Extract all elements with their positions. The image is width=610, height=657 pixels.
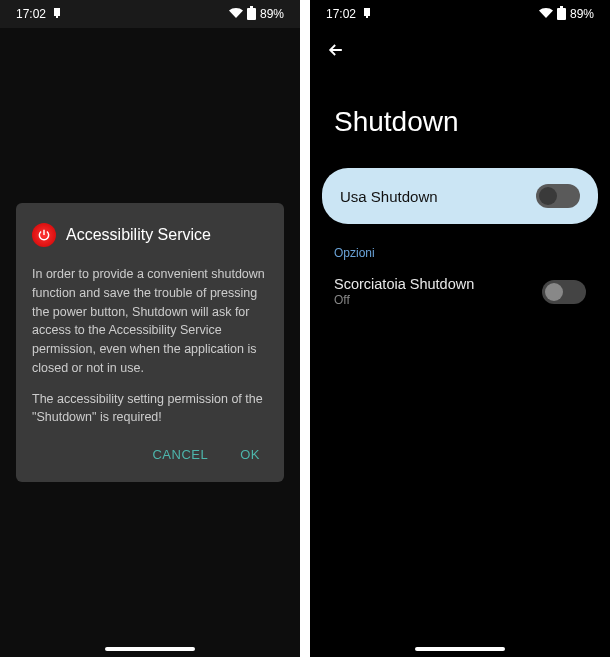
gesture-bar[interactable] <box>105 647 195 651</box>
main-toggle-switch[interactable] <box>536 184 580 208</box>
dialog-title: Accessibility Service <box>66 226 211 244</box>
section-label: Opzioni <box>310 224 610 268</box>
cancel-button[interactable]: CANCEL <box>148 439 212 470</box>
back-icon[interactable] <box>326 46 346 63</box>
notification-icon <box>52 7 62 22</box>
power-icon <box>32 223 56 247</box>
statusbar: 17:02 89% <box>310 0 610 28</box>
shortcut-sub: Off <box>334 293 542 307</box>
statusbar-battery: 89% <box>260 7 284 21</box>
wifi-icon <box>539 7 553 21</box>
accessibility-dialog: Accessibility Service In order to provid… <box>16 203 284 482</box>
shortcut-setting-row[interactable]: Scorciatoia Shutdown Off <box>310 268 610 315</box>
shortcut-title: Scorciatoia Shutdown <box>334 276 542 292</box>
main-toggle-card[interactable]: Usa Shutdown <box>322 168 598 224</box>
statusbar-time: 17:02 <box>326 7 356 21</box>
battery-icon <box>557 6 566 23</box>
dialog-body: In order to provide a convenient shutdow… <box>32 265 268 427</box>
dialog-paragraph-2: The accessibility setting permission of … <box>32 390 268 428</box>
gesture-bar[interactable] <box>415 647 505 651</box>
notification-icon <box>362 7 372 22</box>
svg-rect-0 <box>247 8 256 20</box>
shortcut-toggle-switch[interactable] <box>542 280 586 304</box>
svg-rect-1 <box>250 6 253 8</box>
statusbar: 17:02 89% <box>0 0 300 28</box>
phone-screen-left: 17:02 89% Accessibility Service <box>0 0 300 657</box>
dialog-paragraph-1: In order to provide a convenient shutdow… <box>32 265 268 378</box>
ok-button[interactable]: OK <box>236 439 264 470</box>
svg-rect-3 <box>560 6 563 8</box>
main-toggle-label: Usa Shutdown <box>340 188 438 205</box>
statusbar-time: 17:02 <box>16 7 46 21</box>
dialog-backdrop[interactable]: Accessibility Service In order to provid… <box>0 28 300 657</box>
battery-icon <box>247 6 256 23</box>
wifi-icon <box>229 7 243 21</box>
svg-rect-2 <box>557 8 566 20</box>
page-title: Shutdown <box>310 76 610 162</box>
phone-screen-right: 17:02 89% Shutdown Usa Shutdown Opzioni <box>310 0 610 657</box>
statusbar-battery: 89% <box>570 7 594 21</box>
